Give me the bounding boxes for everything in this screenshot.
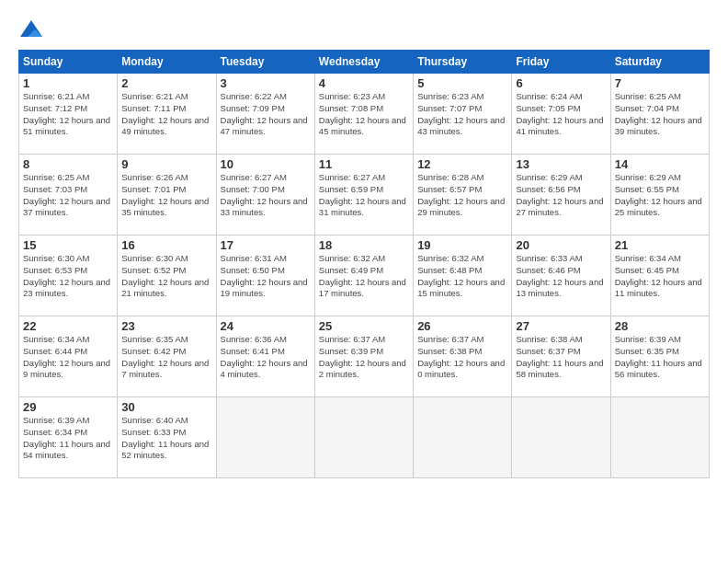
calendar-cell: 30 Sunrise: 6:40 AMSunset: 6:33 PMDaylig… [118,397,216,478]
day-number: 11 [319,157,409,171]
dow-header-monday: Monday [118,51,216,74]
day-info: Sunrise: 6:25 AMSunset: 7:03 PMDaylight:… [23,172,113,219]
dow-header-tuesday: Tuesday [216,51,314,74]
calendar-cell: 27 Sunrise: 6:38 AMSunset: 6:37 PMDaylig… [512,316,610,397]
calendar-cell: 22 Sunrise: 6:34 AMSunset: 6:44 PMDaylig… [19,316,118,397]
calendar-cell: 16 Sunrise: 6:30 AMSunset: 6:52 PMDaylig… [118,236,216,316]
day-number: 20 [516,238,606,252]
day-number: 4 [319,76,409,90]
day-number: 6 [516,76,606,90]
day-number: 1 [23,76,113,90]
calendar-cell [414,397,512,478]
day-info: Sunrise: 6:30 AMSunset: 6:52 PMDaylight:… [121,253,211,300]
day-info: Sunrise: 6:27 AMSunset: 6:59 PMDaylight:… [319,172,409,219]
calendar-cell: 4 Sunrise: 6:23 AMSunset: 7:08 PMDayligh… [314,74,413,155]
day-number: 23 [121,319,211,333]
day-info: Sunrise: 6:32 AMSunset: 6:49 PMDaylight:… [319,253,409,300]
calendar-cell: 3 Sunrise: 6:22 AMSunset: 7:09 PMDayligh… [216,74,314,155]
day-number: 9 [121,157,211,171]
day-number: 26 [417,319,507,333]
day-number: 15 [23,238,113,252]
calendar-cell: 15 Sunrise: 6:30 AMSunset: 6:53 PMDaylig… [19,236,118,316]
calendar-cell: 25 Sunrise: 6:37 AMSunset: 6:39 PMDaylig… [314,316,413,397]
calendar-cell: 5 Sunrise: 6:23 AMSunset: 7:07 PMDayligh… [414,74,512,155]
calendar-cell: 8 Sunrise: 6:25 AMSunset: 7:03 PMDayligh… [19,155,118,236]
day-number: 7 [615,76,705,90]
dow-header-wednesday: Wednesday [314,51,413,74]
day-number: 3 [221,76,311,90]
calendar-cell: 10 Sunrise: 6:27 AMSunset: 7:00 PMDaylig… [216,155,314,236]
calendar-cell: 1 Sunrise: 6:21 AMSunset: 7:12 PMDayligh… [19,74,118,155]
calendar-cell: 17 Sunrise: 6:31 AMSunset: 6:50 PMDaylig… [216,236,314,316]
day-number: 21 [615,238,705,252]
calendar-cell: 14 Sunrise: 6:29 AMSunset: 6:55 PMDaylig… [610,155,709,236]
logo-icon [18,18,44,44]
calendar-cell: 18 Sunrise: 6:32 AMSunset: 6:49 PMDaylig… [314,236,413,316]
calendar-cell: 11 Sunrise: 6:27 AMSunset: 6:59 PMDaylig… [314,155,413,236]
day-info: Sunrise: 6:39 AMSunset: 6:34 PMDaylight:… [23,415,113,462]
day-info: Sunrise: 6:39 AMSunset: 6:35 PMDaylight:… [615,334,705,381]
day-info: Sunrise: 6:37 AMSunset: 6:38 PMDaylight:… [417,334,507,381]
day-info: Sunrise: 6:34 AMSunset: 6:45 PMDaylight:… [615,253,705,300]
day-info: Sunrise: 6:21 AMSunset: 7:12 PMDaylight:… [23,91,113,138]
day-info: Sunrise: 6:22 AMSunset: 7:09 PMDaylight:… [221,91,311,138]
day-number: 16 [121,238,211,252]
week-row-4: 22 Sunrise: 6:34 AMSunset: 6:44 PMDaylig… [19,316,710,397]
day-number: 2 [121,76,211,90]
calendar-cell [512,397,610,478]
day-info: Sunrise: 6:31 AMSunset: 6:50 PMDaylight:… [221,253,311,300]
day-info: Sunrise: 6:28 AMSunset: 6:57 PMDaylight:… [417,172,507,219]
day-number: 25 [319,319,409,333]
day-number: 22 [23,319,113,333]
day-number: 17 [221,238,311,252]
day-info: Sunrise: 6:26 AMSunset: 7:01 PMDaylight:… [121,172,211,219]
day-number: 8 [23,157,113,171]
day-info: Sunrise: 6:36 AMSunset: 6:41 PMDaylight:… [221,334,311,381]
day-info: Sunrise: 6:33 AMSunset: 6:46 PMDaylight:… [516,253,606,300]
dow-header-sunday: Sunday [19,51,118,74]
calendar-cell: 7 Sunrise: 6:25 AMSunset: 7:04 PMDayligh… [610,74,709,155]
day-info: Sunrise: 6:21 AMSunset: 7:11 PMDaylight:… [121,91,211,138]
day-number: 30 [121,400,211,414]
day-info: Sunrise: 6:29 AMSunset: 6:55 PMDaylight:… [615,172,705,219]
calendar-cell: 29 Sunrise: 6:39 AMSunset: 6:34 PMDaylig… [19,397,118,478]
day-number: 18 [319,238,409,252]
day-info: Sunrise: 6:34 AMSunset: 6:44 PMDaylight:… [23,334,113,381]
logo [18,18,47,44]
calendar-cell: 24 Sunrise: 6:36 AMSunset: 6:41 PMDaylig… [216,316,314,397]
day-info: Sunrise: 6:25 AMSunset: 7:04 PMDaylight:… [615,91,705,138]
calendar-cell: 23 Sunrise: 6:35 AMSunset: 6:42 PMDaylig… [118,316,216,397]
calendar-cell: 28 Sunrise: 6:39 AMSunset: 6:35 PMDaylig… [610,316,709,397]
day-info: Sunrise: 6:30 AMSunset: 6:53 PMDaylight:… [23,253,113,300]
day-number: 14 [615,157,705,171]
day-number: 28 [615,319,705,333]
day-info: Sunrise: 6:37 AMSunset: 6:39 PMDaylight:… [319,334,409,381]
calendar-cell [610,397,709,478]
calendar-cell: 20 Sunrise: 6:33 AMSunset: 6:46 PMDaylig… [512,236,610,316]
calendar-cell: 6 Sunrise: 6:24 AMSunset: 7:05 PMDayligh… [512,74,610,155]
day-number: 10 [221,157,311,171]
day-number: 13 [516,157,606,171]
dow-header-friday: Friday [512,51,610,74]
calendar-cell [216,397,314,478]
day-info: Sunrise: 6:23 AMSunset: 7:07 PMDaylight:… [417,91,507,138]
dow-header-saturday: Saturday [610,51,709,74]
calendar-cell: 21 Sunrise: 6:34 AMSunset: 6:45 PMDaylig… [610,236,709,316]
calendar-cell: 9 Sunrise: 6:26 AMSunset: 7:01 PMDayligh… [118,155,216,236]
day-info: Sunrise: 6:23 AMSunset: 7:08 PMDaylight:… [319,91,409,138]
day-number: 29 [23,400,113,414]
day-info: Sunrise: 6:40 AMSunset: 6:33 PMDaylight:… [121,415,211,462]
day-number: 19 [417,238,507,252]
day-info: Sunrise: 6:32 AMSunset: 6:48 PMDaylight:… [417,253,507,300]
day-number: 27 [516,319,606,333]
calendar-cell: 26 Sunrise: 6:37 AMSunset: 6:38 PMDaylig… [414,316,512,397]
calendar-cell: 13 Sunrise: 6:29 AMSunset: 6:56 PMDaylig… [512,155,610,236]
dow-header-thursday: Thursday [414,51,512,74]
calendar-cell [314,397,413,478]
day-info: Sunrise: 6:29 AMSunset: 6:56 PMDaylight:… [516,172,606,219]
week-row-5: 29 Sunrise: 6:39 AMSunset: 6:34 PMDaylig… [19,397,710,478]
calendar-cell: 12 Sunrise: 6:28 AMSunset: 6:57 PMDaylig… [414,155,512,236]
day-number: 5 [417,76,507,90]
day-info: Sunrise: 6:27 AMSunset: 7:00 PMDaylight:… [221,172,311,219]
day-info: Sunrise: 6:35 AMSunset: 6:42 PMDaylight:… [121,334,211,381]
